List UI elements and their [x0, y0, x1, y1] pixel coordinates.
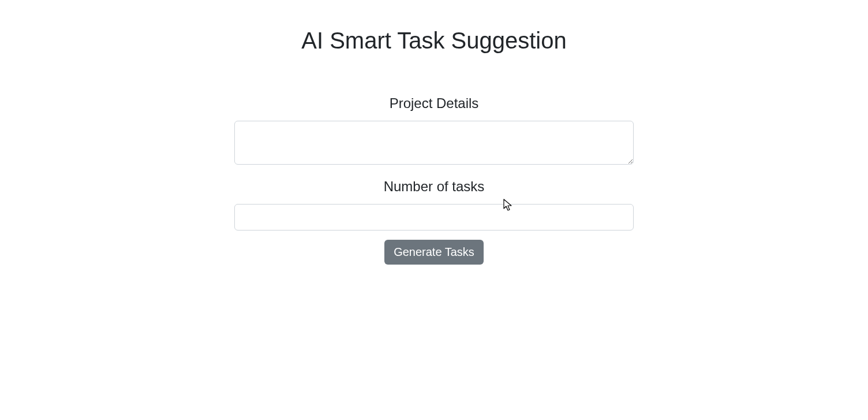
page-title: AI Smart Task Suggestion	[0, 28, 868, 54]
num-tasks-label: Number of tasks	[384, 179, 485, 195]
project-details-input[interactable]	[234, 121, 634, 165]
num-tasks-input[interactable]	[234, 204, 634, 231]
project-details-label: Project Details	[390, 95, 479, 111]
task-suggestion-form: Project Details Number of tasks Generate…	[234, 95, 634, 265]
generate-tasks-button[interactable]: Generate Tasks	[384, 240, 484, 265]
